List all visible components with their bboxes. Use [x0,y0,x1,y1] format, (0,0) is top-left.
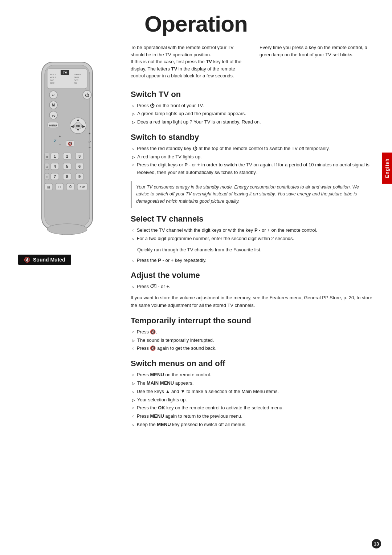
svg-text:8: 8 [66,174,68,179]
channels-list-2: Press the P - or + key repeatedly. [131,257,377,264]
list-item: Press MENU on the remote control. [131,371,377,379]
list-item: The MAIN MENU appears. [131,380,377,387]
list-item: Press ⌫ - or +. [131,283,377,291]
page-title: Operation [0,0,392,44]
svg-text:VCR 1: VCR 1 [50,73,56,76]
svg-text:▤: ▤ [47,186,50,189]
interrupt-sound-list: Press 🔇. The sound is temporarily interr… [131,328,377,352]
svg-text:🔇: 🔇 [68,141,73,146]
section-title-interrupt-sound: Temporarily interrupt the sound [131,316,377,325]
svg-text:SAT: SAT [50,79,54,81]
svg-text:TAPE: TAPE [74,76,79,78]
svg-text:🔊: 🔊 [54,138,57,142]
volume-extra-text: If you want to store the volume adjustme… [131,294,377,309]
section-select-channels: Select TV channels Select the TV channel… [131,214,377,264]
svg-text:TV: TV [63,71,67,74]
standby-italic-note: Your TV consumes energy in the standby m… [131,181,377,208]
menus-list: Press MENU on the remote control. The MA… [131,371,377,429]
svg-text:OK: OK [76,125,80,128]
svg-text:TUNER: TUNER [74,73,81,76]
list-item: Does a red lamp light up ? Your TV is on… [131,118,377,126]
svg-text:–: – [89,146,90,149]
intro-section: To be operational with the remote contro… [131,44,377,80]
svg-text:CD: CD [74,82,77,84]
svg-text:VCR 2: VCR 2 [50,76,56,78]
section-switch-tv-on: Switch TV on Press ⏻ on the front of you… [131,90,377,126]
list-item: The sound is temporarily interrupted. [131,337,377,344]
svg-text:P+P: P+P [79,186,85,189]
svg-text:+: + [59,135,61,138]
list-item: Press ⏻ on the front of your TV. [131,102,377,110]
svg-text:1: 1 [54,154,56,158]
svg-text:⊡: ⊡ [46,166,48,168]
page-number: 13 [372,539,381,548]
list-item: Keep the MENU key pressed to switch off … [131,421,377,429]
section-title-switch-tv-on: Switch TV on [131,90,377,99]
section-title-volume: Adjust the volume [131,271,377,280]
svg-text:0: 0 [69,185,72,189]
svg-text:4: 4 [54,164,56,169]
section-title-standby: Switch to standby [131,133,377,142]
right-column: To be operational with the remote contro… [127,44,377,432]
list-item: A red lamp on the TV lights up. [131,153,377,161]
intro-left-text: To be operational with the remote contro… [131,44,249,80]
channels-sub-text: Quickly run through the TV channels from… [131,246,377,254]
sound-muted-display: 🔇 Sound Muted [18,255,71,265]
svg-text:▶: ▶ [82,124,85,128]
svg-text:2: 2 [66,154,68,158]
svg-text:◀: ◀ [71,124,74,128]
list-item: Use the keys ▲ and ▼ to make a selection… [131,388,377,396]
section-switch-menus: Switch menus on and off Press MENU on th… [131,359,377,429]
svg-text:7: 7 [54,174,56,179]
list-item: Press the red standby key ⏻ at the top o… [131,145,377,153]
svg-text:TV: TV [51,114,56,118]
section-adjust-volume: Adjust the volume Press ⌫ - or +. If you… [131,271,377,309]
svg-text:+: + [89,132,90,135]
volume-list: Press ⌫ - or +. [131,283,377,291]
standby-list: Press the red standby key ⏻ at the top o… [131,145,377,177]
svg-text:6: 6 [78,164,81,169]
section-title-channels: Select TV channels [131,214,377,224]
switch-tv-on-list: Press ⏻ on the front of your TV. A green… [131,102,377,126]
left-column: TV VCR 1 VCR 2 SAT AMP TUNER TAPE OCC CD… [15,44,127,432]
svg-text:M: M [52,103,55,107]
svg-text:□: □ [58,185,61,189]
svg-text:–: – [59,143,61,146]
section-interrupt-sound: Temporarily interrupt the sound Press 🔇.… [131,316,377,352]
list-item: Press 🔇. [131,328,377,336]
svg-text:▲: ▲ [76,118,80,122]
section-switch-standby: Switch to standby Press the red standby … [131,133,377,208]
svg-text:3: 3 [78,154,81,158]
channels-list: Select the TV channel with the digit key… [131,227,377,243]
list-item: Press 🔇 again to get the sound back. [131,345,377,352]
intro-right-text: Every time you press a key on the remote… [260,44,377,80]
svg-text:OCC: OCC [74,79,79,81]
list-item: For a two digit programme number, enter … [131,235,377,243]
list-item: Press the digit keys or P - or + in orde… [131,161,377,177]
svg-text:MENU: MENU [49,124,57,127]
svg-point-70 [47,224,87,235]
svg-text:▤: ▤ [46,155,48,158]
section-title-menus: Switch menus on and off [131,359,377,368]
list-item: Select the TV channel with the digit key… [131,227,377,234]
list-item: Press MENU again to return to the previo… [131,413,377,420]
english-language-tab: English [382,153,392,184]
list-item: A green lamp lights up and the programme… [131,110,377,118]
list-item: Press the OK key on the remote control t… [131,404,377,412]
mute-icon: 🔇 [24,257,30,263]
list-item: Your selection lights up. [131,396,377,404]
remote-control-image: TV VCR 1 VCR 2 SAT AMP TUNER TAPE OCC CD… [31,58,103,247]
svg-text:9: 9 [78,174,81,179]
sound-muted-label: Sound Muted [33,257,65,263]
svg-text:P: P [89,140,91,144]
svg-text:↩: ↩ [52,93,55,97]
svg-text:5: 5 [66,164,68,169]
svg-text:AMP: AMP [50,82,54,84]
svg-text:⏻: ⏻ [85,93,89,98]
list-item: Press the P - or + key repeatedly. [131,257,377,264]
